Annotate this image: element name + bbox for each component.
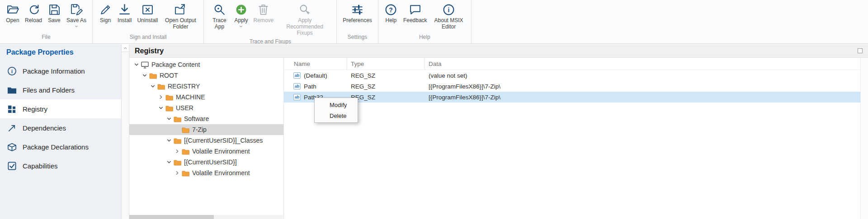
sidebar-title: Package Properties: [0, 44, 121, 61]
page-title: Registry: [135, 47, 164, 55]
registry-values-table: Name Type Data ab (Default) REG_SZ (valu…: [284, 58, 868, 219]
chevron-right-icon[interactable]: [174, 169, 181, 177]
button-label: Sign: [100, 18, 111, 24]
cell-data: [{ProgramFilesX86}]\7-Zip\: [425, 94, 868, 101]
apply-recommended-fixups-button[interactable]: Apply Recommended Fixups: [276, 2, 333, 37]
apply-button[interactable]: Apply: [231, 2, 250, 29]
tree-item-label: Volatile Environment: [192, 169, 250, 177]
button-label: Apply: [234, 18, 248, 24]
open-folder-icon: [7, 4, 19, 16]
uninstall-icon: [142, 4, 154, 16]
vertical-scrollbar[interactable]: [121, 44, 129, 219]
preferences-sliders-icon: [351, 4, 363, 16]
package-box-icon: [7, 142, 17, 152]
tree-item-user[interactable]: USER: [129, 103, 283, 113]
trash-icon: [257, 4, 269, 16]
cell-data: [{ProgramFilesX86}]\7-Zip\: [425, 83, 868, 90]
cell-name: ab (Default): [284, 72, 347, 79]
feedback-bubble-icon: [409, 4, 421, 16]
tree-item-7zip[interactable]: 7-Zip: [129, 124, 283, 135]
ribbon-group-label: File: [0, 33, 92, 43]
uninstall-button[interactable]: Uninstall: [134, 2, 160, 25]
tree-item-label: 7-Zip: [192, 126, 207, 133]
tree-item-package-content[interactable]: Package Content: [129, 59, 283, 70]
chevron-down-icon[interactable]: [165, 137, 173, 144]
help-button[interactable]: Help: [382, 2, 401, 25]
chevron-right-icon[interactable]: [157, 93, 165, 101]
chevron-down-icon[interactable]: [157, 104, 165, 112]
install-button[interactable]: Install: [115, 2, 134, 25]
remove-button[interactable]: Remove: [250, 2, 276, 25]
chevron-down-icon: [74, 25, 79, 28]
tree-item-volatile-environment-1[interactable]: Volatile Environment: [129, 146, 283, 157]
tree-item-root[interactable]: ROOT: [129, 70, 283, 81]
cell-type: REG_SZ: [347, 94, 425, 101]
scroll-up-button[interactable]: [122, 44, 129, 52]
button-label: Apply Recommended Fixups: [279, 18, 330, 36]
folder-icon: [149, 72, 157, 79]
sidebar-item-label: Package Declarations: [23, 143, 89, 151]
msix-editor-window: Open Reload Save Save As File: [0, 0, 868, 219]
sidebar-item-dependencies[interactable]: Dependencies: [0, 118, 121, 137]
feedback-button[interactable]: Feedback: [401, 2, 430, 25]
registry-blocks-icon: [7, 104, 17, 114]
install-icon: [118, 4, 131, 16]
apply-plus-icon: [235, 4, 247, 16]
context-menu-item-delete[interactable]: Delete: [315, 110, 358, 121]
button-label: Trace App: [210, 18, 229, 30]
chevron-down-icon[interactable]: [165, 158, 173, 166]
ribbon-group-help: Help Feedback About MSIX Editor Help: [378, 0, 472, 43]
sidebar-item-package-declarations[interactable]: Package Declarations: [0, 137, 121, 156]
cell-data: (value not set): [425, 72, 868, 79]
cell-type: REG_SZ: [347, 83, 425, 90]
button-label: Help: [386, 18, 397, 24]
ribbon-group-label: Settings: [337, 33, 378, 43]
folder-icon: [182, 169, 189, 177]
save-as-button[interactable]: Save As: [64, 2, 89, 29]
chevron-right-icon[interactable]: [174, 148, 181, 155]
context-menu-item-modify[interactable]: Modify: [315, 99, 358, 110]
preferences-button[interactable]: Preferences: [340, 2, 375, 25]
table-row-default[interactable]: ab (Default) REG_SZ (value not set): [284, 70, 868, 81]
column-header-name[interactable]: Name: [284, 58, 347, 70]
scrollbar-thumb[interactable]: [129, 215, 214, 219]
tree-item-registry[interactable]: REGISTRY: [129, 81, 283, 92]
sidebar-item-label: Package Information: [23, 67, 85, 75]
dependencies-arrow-icon: [7, 123, 17, 133]
reload-button[interactable]: Reload: [22, 2, 45, 25]
tree-item-machine[interactable]: MACHINE: [129, 92, 283, 103]
sidebar-item-files-and-folders[interactable]: Files and Folders: [0, 80, 121, 99]
tree-item-volatile-environment-2[interactable]: Volatile Environment: [129, 168, 283, 178]
sidebar-item-package-information[interactable]: Package Information: [0, 61, 121, 80]
about-msix-editor-button[interactable]: About MSIX Editor: [430, 2, 468, 31]
chevron-down-icon[interactable]: [149, 83, 156, 90]
table-row-path[interactable]: ab Path REG_SZ [{ProgramFilesX86}]\7-Zip…: [284, 81, 868, 92]
folder-icon: [182, 148, 189, 155]
open-output-folder-button[interactable]: Open Output Folder: [160, 2, 200, 31]
column-header-type[interactable]: Type: [347, 58, 425, 70]
open-button[interactable]: Open: [3, 2, 22, 25]
trace-app-button[interactable]: Trace App: [207, 2, 231, 31]
button-label: Save: [48, 18, 60, 24]
column-header-data[interactable]: Data: [425, 58, 868, 70]
sign-button[interactable]: Sign: [96, 2, 115, 25]
save-button[interactable]: Save: [45, 2, 64, 25]
expander-placeholder: [174, 126, 181, 133]
tree-item-label: Volatile Environment: [192, 148, 250, 155]
tree-item-currentusersid-classes[interactable]: [{CurrentUserSID}]_Classes: [129, 135, 283, 146]
ribbon-group-sign-install: Sign Install Uninstall Open Output Folde…: [93, 0, 204, 43]
tree-item-currentusersid[interactable]: [{CurrentUserSID}]: [129, 157, 283, 168]
sidebar-item-registry[interactable]: Registry: [0, 99, 121, 118]
chevron-down-icon[interactable]: [165, 115, 173, 122]
horizontal-scrollbar[interactable]: [129, 215, 283, 219]
sidebar-item-capabilities[interactable]: Capabilities: [0, 156, 121, 175]
table-row-path32[interactable]: ab Path32 REG_SZ [{ProgramFilesX86}]\7-Z…: [284, 92, 868, 103]
button-label: Save As: [66, 18, 86, 24]
fixups-magnifier-icon: [299, 4, 311, 16]
chevron-down-icon[interactable]: [133, 61, 140, 68]
button-label: Install: [118, 18, 132, 24]
panel-toggle-icon[interactable]: [858, 48, 863, 53]
tree-item-software[interactable]: Software: [129, 113, 283, 124]
table-vertical-scrollbar[interactable]: [860, 58, 868, 219]
chevron-down-icon[interactable]: [141, 72, 148, 79]
